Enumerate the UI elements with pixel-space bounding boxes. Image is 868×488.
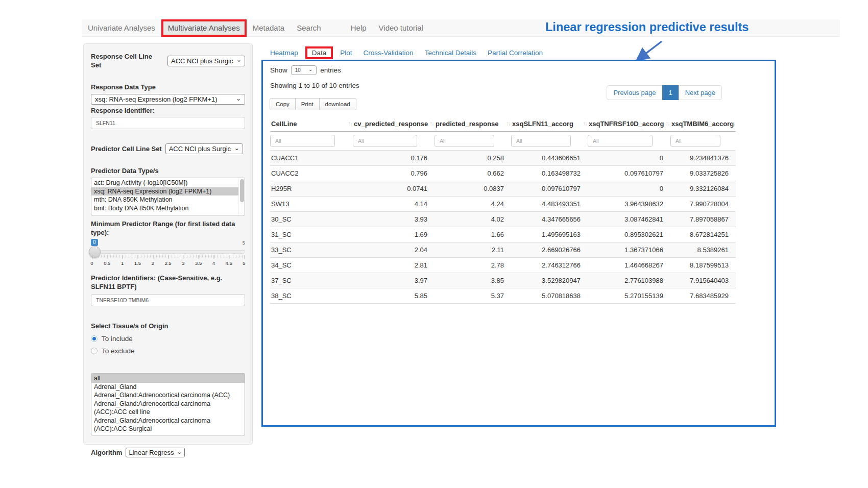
table-row[interactable]: 30_SC3.934.024.3476656563.0874628417.897… — [270, 212, 736, 227]
show-entries-prefix: Show — [270, 66, 287, 74]
slider-track[interactable] — [91, 250, 245, 254]
show-entries-select[interactable]: 10 ⌄ — [291, 65, 317, 75]
cell-xsqtnfrsf10d-accorg: 3.087462841 — [588, 212, 670, 227]
nav-item-univariate-analyses[interactable]: Univariate Analyses — [82, 19, 161, 37]
predictor-cell-line-set-select[interactable]: ACC NCI plus Surgical ⌄ — [165, 143, 243, 154]
response-cell-line-set-select[interactable]: ACC NCI plus Surgical ⌄ — [167, 56, 245, 66]
column-filter-input-predicted-response[interactable] — [435, 135, 494, 147]
slider-max-label: 5 — [243, 240, 245, 246]
response-identifier-input[interactable] — [91, 117, 245, 129]
column-header-cellline[interactable]: CellLine↑↓ — [270, 117, 353, 132]
cell-predicted-response: 0.662 — [435, 166, 511, 181]
nav-item-video-tutorial[interactable]: Video tutorial — [373, 19, 429, 37]
scrollbar[interactable] — [238, 178, 245, 215]
show-entries-suffix: entries — [320, 66, 341, 74]
table-row[interactable]: H295R0.07410.08370.09761079709.332126084 — [270, 181, 736, 197]
download-button[interactable]: download — [319, 98, 356, 110]
cell-xsqslfn11-accorg: 0.443606651 — [511, 151, 588, 166]
filter-cell — [353, 132, 435, 151]
radio-unselected-icon[interactable] — [91, 348, 98, 354]
table-row[interactable]: 33_SC2.042.112.6690267661.3673710668.538… — [270, 242, 736, 258]
table-row[interactable]: 31_SC1.691.661.4956951630.8953026218.672… — [270, 227, 736, 242]
column-filter-input-cv-predicted-response[interactable] — [353, 135, 417, 147]
list-option-bmt-body-dna-850k-methylation[interactable]: bmt: Body DNA 850K Methylation — [91, 204, 245, 213]
tab-plot[interactable]: Plot — [334, 47, 357, 59]
results-table: CellLine↑↓cv_predicted_response↑↓predict… — [270, 117, 736, 304]
print-button[interactable]: Print — [295, 98, 320, 110]
predictor-data-type-label: Predictor Data Type/s — [91, 166, 245, 175]
column-header-xsqtmbim6-accorg[interactable]: xsqTMBIM6_accorg↑↓ — [670, 117, 736, 132]
cell-xsqtnfrsf10d-accorg: 5.270155139 — [588, 288, 670, 304]
cell-xsqslfn11-accorg: 0.163498732 — [511, 166, 588, 181]
list-option-xsq-rna-seq-expression-log2-fpkm-1[interactable]: xsq: RNA-seq Expression (log2 FPKM+1) — [91, 187, 245, 196]
page-1-button[interactable]: 1 — [662, 85, 679, 100]
list-option-adrenal-gland[interactable]: Adrenal_Gland — [91, 383, 245, 392]
column-filter-input-xsqtmbim6-accorg[interactable] — [670, 135, 720, 147]
list-option-adrenal-gland-adrenocortical-carcinoma-acc-acc-cell-line[interactable]: Adrenal_Gland:Adrenocortical carcinoma (… — [91, 400, 245, 417]
sort-icon: ↑↓ — [583, 120, 587, 127]
column-filter-input-cellline[interactable] — [270, 135, 335, 147]
radio-to-exclude[interactable]: To exclude — [91, 347, 245, 355]
chevron-down-icon: ⌄ — [236, 96, 241, 101]
previous-page-button[interactable]: Previous page — [607, 85, 662, 100]
algorithm-select[interactable]: Linear Regression ⌄ — [126, 448, 185, 457]
copy-button[interactable]: Copy — [270, 98, 296, 110]
column-filter-input-xsqslfn11-accorg[interactable] — [511, 135, 571, 147]
nav-item-help[interactable]: Help — [345, 19, 373, 37]
list-option-all[interactable]: all — [91, 374, 245, 383]
min-predictor-range-slider[interactable]: 0 5 00.511.522.533.544.55 — [91, 239, 245, 267]
radio-selected-icon[interactable] — [91, 335, 98, 342]
list-option-act-drug-activity-log10-ic50m[interactable]: act: Drug Activity (-log10[IC50M]) — [91, 179, 245, 187]
slider-tick-label: 4.5 — [226, 260, 232, 266]
cell-xsqtmbim6-accorg: 9.332126084 — [670, 181, 736, 197]
column-header-xsqslfn11-accorg[interactable]: xsqSLFN11_accorg↑↓ — [511, 117, 588, 132]
cell-cv-predicted-response: 0.176 — [353, 151, 435, 166]
data-panel: Show 10 ⌄ entries Showing 1 to 10 of 10 … — [261, 60, 776, 427]
predictor-identifiers-input[interactable] — [91, 294, 245, 306]
slider-handle[interactable] — [89, 246, 101, 258]
response-data-type-select[interactable]: xsq: RNA-seq Expression (log2 FPKM+1) ⌄ — [91, 94, 245, 105]
result-tabs: HeatmapDataPlotCross-ValidationTechnical… — [264, 45, 548, 60]
chevron-down-icon: ⌄ — [236, 58, 242, 62]
cell-cellline: 34_SC — [270, 258, 353, 273]
column-header-xsqtnfrsf10d-accorg[interactable]: xsqTNFRSF10D_accorg↑↓ — [588, 117, 670, 132]
tab-data[interactable]: Data — [305, 46, 333, 59]
filter-cell — [435, 132, 511, 151]
scrollbar-thumb[interactable] — [240, 179, 244, 202]
table-row[interactable]: CUACC10.1760.2580.44360665109.234841376 — [270, 151, 736, 166]
filter-cell — [270, 132, 353, 151]
tab-technical-details[interactable]: Technical Details — [419, 47, 482, 59]
column-filter-input-xsqtnfrsf10d-accorg[interactable] — [588, 135, 653, 147]
column-header-cv-predicted-response[interactable]: cv_predicted_response↑↓ — [353, 117, 435, 132]
table-row[interactable]: CUACC20.7960.6620.1634987320.0976107979.… — [270, 166, 736, 181]
column-header-label: xsqTMBIM6_accorg — [671, 120, 734, 128]
chevron-down-icon: ⌄ — [308, 67, 312, 71]
column-header-label: predicted_response — [436, 120, 499, 128]
select-value: xsq: RNA-seq Expression (log2 FPKM+1) — [95, 95, 218, 103]
tab-cross-validation[interactable]: Cross-Validation — [358, 47, 419, 59]
list-option-adrenal-gland-adrenocortical-carcinoma-acc-acc-surgical[interactable]: Adrenal_Gland:Adrenocortical carcinoma (… — [91, 417, 245, 433]
response-identifier-label: Response Identifier: — [91, 106, 245, 115]
tab-heatmap[interactable]: Heatmap — [264, 47, 304, 59]
tab-partial-correlation[interactable]: Partial Correlation — [482, 47, 548, 59]
column-header-predicted-response[interactable]: predicted_response↑↓ — [435, 117, 511, 132]
table-row[interactable]: SW134.144.244.4834933513.9643986327.9907… — [270, 197, 736, 212]
nav-item-search[interactable]: Search — [291, 19, 327, 37]
radio-to-include[interactable]: To include — [91, 335, 245, 343]
table-row[interactable]: 37_SC3.973.853.5298209472.7761039887.915… — [270, 273, 736, 288]
cell-cv-predicted-response: 2.04 — [353, 242, 435, 258]
table-row[interactable]: 34_SC2.812.782.7463127661.4646682678.187… — [270, 258, 736, 273]
list-option-mth-dna-850k-methylation[interactable]: mth: DNA 850K Methylation — [91, 196, 245, 204]
cell-predicted-response: 4.24 — [435, 197, 511, 212]
next-page-button[interactable]: Next page — [679, 85, 722, 100]
cell-cv-predicted-response: 5.85 — [353, 288, 435, 304]
cell-cellline: CUACC1 — [270, 151, 353, 166]
nav-item-multivariate-analyses[interactable]: Multivariate Analyses — [161, 19, 247, 37]
slider-tick-label: 1 — [121, 260, 124, 266]
list-option-adrenal-gland-adrenocortical-carcinoma-acc[interactable]: Adrenal_Gland:Adrenocortical carcinoma (… — [91, 391, 245, 400]
slider-tick-label: 2.5 — [164, 260, 171, 266]
cell-xsqtmbim6-accorg: 7.897058867 — [670, 212, 736, 227]
slider-tick-label: 0.5 — [104, 260, 110, 266]
table-row[interactable]: 38_SC5.855.375.0708186385.2701551397.683… — [270, 288, 736, 304]
nav-item-metadata[interactable]: Metadata — [247, 19, 291, 37]
